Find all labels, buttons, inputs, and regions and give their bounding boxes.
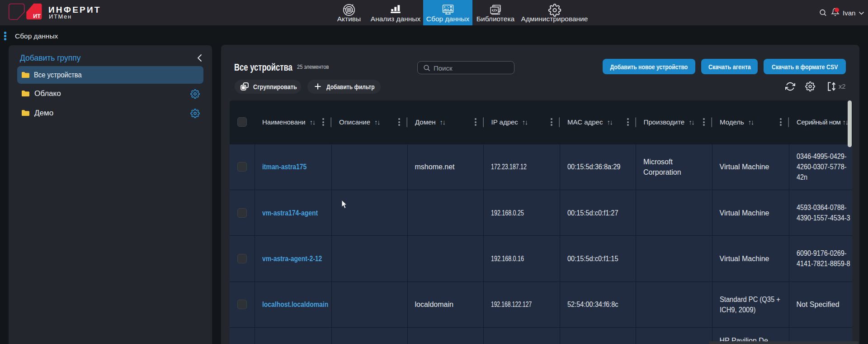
svg-text:ИТ: ИТ xyxy=(33,13,41,19)
